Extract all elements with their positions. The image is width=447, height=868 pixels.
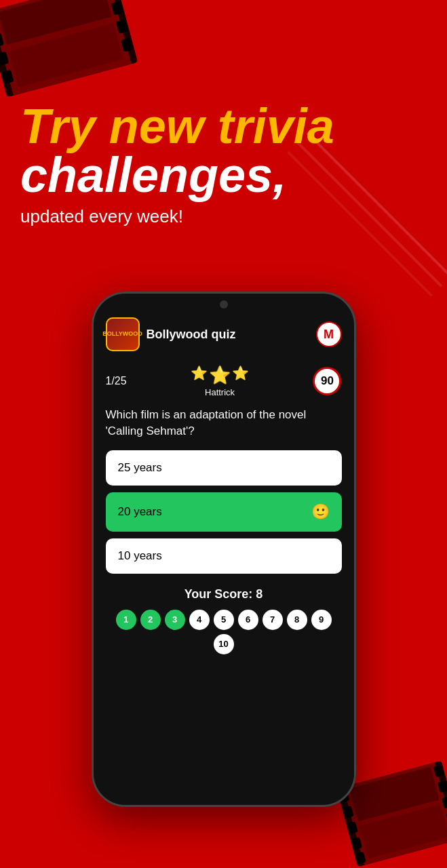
progress-dot-1: 1	[116, 610, 136, 630]
star-2: ⭐	[209, 365, 231, 386]
hero-line1: Try new trivia	[20, 102, 427, 151]
progress-dots: 12345678910	[106, 610, 342, 654]
timer-circle: 90	[313, 367, 341, 395]
progress-dot-8: 8	[287, 610, 307, 630]
timer-value: 90	[321, 374, 334, 388]
stars-row: ⭐ ⭐ ⭐	[191, 365, 249, 386]
avatar-button[interactable]: M	[316, 321, 342, 347]
answer-option-2[interactable]: 20 years 🙂	[106, 492, 342, 532]
progress-dot-5: 5	[214, 610, 234, 630]
answer-text-1: 25 years	[118, 461, 162, 475]
score-area: Your Score: 8	[106, 587, 342, 601]
question-text: Which film is an adaptation of the novel…	[106, 407, 342, 439]
stars-hattrick: ⭐ ⭐ ⭐ Hattrick	[191, 365, 249, 397]
phone-outer: BOLLYWOOD Bollywood quiz M 1/25 ⭐ ⭐ ⭐	[92, 292, 356, 807]
progress-dot-9: 9	[311, 610, 332, 630]
hero-section: Try new trivia challenges, updated every…	[20, 102, 427, 227]
app-header: BOLLYWOOD Bollywood quiz M	[106, 317, 342, 351]
answer-text-2: 20 years	[118, 505, 162, 519]
star-3: ⭐	[232, 365, 249, 386]
phone-screen: BOLLYWOOD Bollywood quiz M 1/25 ⭐ ⭐ ⭐	[94, 294, 354, 805]
progress-dot-4: 4	[189, 610, 210, 630]
avatar-initial: M	[324, 328, 334, 342]
app-logo-area: BOLLYWOOD Bollywood quiz	[106, 317, 236, 351]
app-title: Bollywood quiz	[147, 328, 236, 342]
hero-subtitle: updated every week!	[20, 206, 427, 227]
quiz-info-row: 1/25 ⭐ ⭐ ⭐ Hattrick 90	[106, 365, 342, 397]
logo-text: BOLLYWOOD	[102, 331, 142, 338]
progress-dot-6: 6	[238, 610, 258, 630]
answer-emoji-2: 🙂	[311, 503, 330, 521]
phone-notch	[220, 300, 228, 309]
score-label: Your Score: 8	[184, 587, 263, 601]
progress-dot-7: 7	[263, 610, 283, 630]
hattrick-label: Hattrick	[205, 387, 235, 397]
hero-line2: challenges,	[20, 151, 427, 199]
answer-option-3[interactable]: 10 years	[106, 538, 342, 574]
phone-mockup: BOLLYWOOD Bollywood quiz M 1/25 ⭐ ⭐ ⭐	[92, 292, 356, 807]
star-1: ⭐	[191, 365, 208, 386]
progress-dot-2: 2	[140, 610, 161, 630]
app-logo: BOLLYWOOD	[106, 317, 140, 351]
question-number: 1/25	[106, 375, 127, 387]
progress-dot-10: 10	[214, 634, 234, 654]
answer-text-3: 10 years	[118, 549, 162, 563]
answer-option-1[interactable]: 25 years	[106, 450, 342, 486]
progress-dot-3: 3	[165, 610, 185, 630]
